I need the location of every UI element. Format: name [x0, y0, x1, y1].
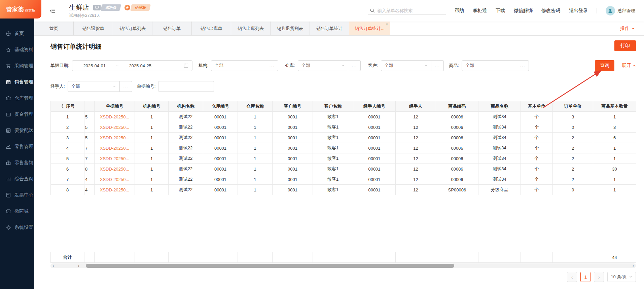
sidebar-item[interactable]: 首页: [0, 26, 34, 42]
tab[interactable]: 销售订单统计... ×: [349, 22, 390, 35]
next-page-button[interactable]: ›: [594, 272, 604, 282]
column-header[interactable]: 序号: [51, 101, 84, 112]
order-no-link[interactable]: XSDD-20250...: [95, 112, 135, 122]
table-row[interactable]: 68XSDD-20250...1测试220000110001散客10000112…: [51, 164, 636, 174]
logo-text: 管家婆: [6, 5, 25, 13]
warehouse-more-button[interactable]: ···: [348, 60, 361, 71]
tab[interactable]: 首页: [34, 22, 74, 35]
collapse-sidebar-icon[interactable]: [49, 8, 56, 14]
product-select[interactable]: 全部 ···: [462, 60, 529, 71]
column-header[interactable]: 商品基本数量: [593, 101, 636, 112]
scroll-right-button[interactable]: ›: [76, 263, 81, 268]
column-header[interactable]: 客户名称: [313, 101, 353, 112]
sidebar-item[interactable]: 采购管理: [0, 58, 34, 74]
scrollbar-thumb[interactable]: [86, 264, 454, 268]
table-row[interactable]: 25XSDD-20250...1测试220000110001散客10000112…: [51, 122, 636, 133]
topbar-link[interactable]: 下载: [496, 8, 505, 14]
sidebar-item[interactable]: 微商城: [0, 203, 34, 219]
date-to-field[interactable]: 2025-04-25: [121, 63, 159, 68]
tab-actions-dropdown[interactable]: 操作: [620, 22, 644, 35]
column-header[interactable]: 机构名称: [169, 101, 203, 112]
customer-more-button[interactable]: ···: [431, 60, 444, 71]
column-header[interactable]: 商品编码: [436, 101, 478, 112]
sidebar-item[interactable]: 销售管理: [0, 74, 34, 90]
order-no-link[interactable]: XSDD-20250...: [95, 164, 135, 174]
topbar-link[interactable]: 退出登录: [569, 8, 588, 14]
org-label: 机构:: [199, 63, 209, 69]
trial-badge[interactable]: 试用版: [93, 4, 120, 11]
query-button[interactable]: 查询: [595, 60, 614, 71]
prev-page-button[interactable]: ‹: [567, 272, 577, 282]
total-cell: [478, 252, 521, 263]
order-no-link[interactable]: XSDD-20250...: [95, 133, 135, 143]
order-no-link[interactable]: XSDD-20250...: [95, 153, 135, 164]
column-header[interactable]: 经手人编号: [353, 101, 396, 112]
current-page-button[interactable]: 1: [580, 272, 591, 282]
date-range-picker[interactable]: 2025-04-01 ~ 2025-04-25: [72, 60, 192, 71]
close-icon[interactable]: ×: [386, 22, 388, 27]
column-header[interactable]: 基本单位: [521, 101, 553, 112]
sidebar-item[interactable]: 基础资料: [0, 42, 34, 58]
sidebar-item[interactable]: 发票中心: [0, 187, 34, 203]
topbar-link[interactable]: 微信解绑: [514, 8, 533, 14]
order-no-link[interactable]: XSDD-20250...: [95, 143, 135, 153]
sidebar-item[interactable]: 综合查询: [0, 171, 34, 187]
sidebar-item[interactable]: 系统设置: [0, 219, 34, 236]
tab[interactable]: 销售订单: [152, 22, 192, 35]
more-icon[interactable]: ···: [269, 63, 275, 68]
tab[interactable]: 销售退货列表: [271, 22, 310, 35]
column-header[interactable]: 仓库编号: [203, 101, 238, 112]
table-row[interactable]: 35XSDD-20250...1测试220000110001散客10000112…: [51, 133, 636, 143]
column-header[interactable]: 仓库名称: [238, 101, 273, 112]
column-header[interactable]: 单据编号: [95, 101, 135, 112]
sidebar-item-label: 零售管理: [14, 144, 33, 150]
warehouse-select[interactable]: 全部: [298, 60, 348, 71]
order-no-link[interactable]: XSDD-20250...: [95, 174, 135, 185]
handler-select[interactable]: 全部: [68, 81, 120, 92]
grid-body: 15XSDD-20250...1测试220000110001散客10000112…: [51, 112, 636, 195]
org-select[interactable]: 全部 ···: [211, 60, 278, 71]
topbar-link[interactable]: 修改密码: [541, 8, 560, 14]
tab[interactable]: 销售订单列表: [113, 22, 152, 35]
more-icon[interactable]: ···: [520, 63, 525, 68]
table-row[interactable]: 47XSDD-20250...1测试220000110001散客10000112…: [51, 143, 636, 153]
column-header[interactable]: 商品名称: [478, 101, 521, 112]
tab[interactable]: 销售出库单: [192, 22, 231, 35]
horizontal-scrollbar[interactable]: ‹ › ›: [50, 263, 636, 268]
user-menu[interactable]: 总部管理: [606, 6, 635, 15]
enterprise-badge[interactable]: 企业版: [124, 4, 150, 11]
expand-toggle[interactable]: 展开: [622, 63, 636, 69]
print-button[interactable]: 打印: [614, 40, 636, 51]
table-row[interactable]: 57XSDD-20250...1测试220000110001散客10000112…: [51, 153, 636, 164]
column-header[interactable]: 客户编号: [273, 101, 313, 112]
search-input[interactable]: [378, 8, 438, 13]
gear-icon[interactable]: [60, 104, 65, 108]
sidebar-item[interactable]: 资金管理: [0, 106, 34, 122]
scroll-left-button[interactable]: ‹: [50, 263, 56, 268]
table-row[interactable]: 84XSDD-20250...1测试220000110001散客10000112…: [51, 185, 636, 195]
topbar-link[interactable]: 掌柜通: [473, 8, 487, 14]
topbar-link[interactable]: 帮助: [455, 8, 464, 14]
page-size-select[interactable]: 10 条/页: [607, 272, 636, 282]
column-header[interactable]: 经手人: [396, 101, 436, 112]
sidebar-item[interactable]: 零售管理: [0, 139, 34, 155]
order-no-input[interactable]: [158, 81, 214, 92]
tab[interactable]: 销售出库列表: [231, 22, 271, 35]
sidebar-item[interactable]: 仓库管理: [0, 90, 34, 106]
tab[interactable]: 销售退货单: [74, 22, 113, 35]
date-from-field[interactable]: 2025-04-01: [76, 63, 113, 68]
tab[interactable]: 销售订单统计: [310, 22, 349, 35]
sidebar-item[interactable]: 要货配送: [0, 122, 34, 139]
column-header[interactable]: 机构编号: [135, 101, 169, 112]
handler-more-button[interactable]: ···: [120, 81, 132, 92]
table-row[interactable]: 74XSDD-20250...1测试220000110001散客10000112…: [51, 174, 636, 185]
table-row[interactable]: 15XSDD-20250...1测试220000110001散客10000112…: [51, 112, 636, 122]
column-header[interactable]: [84, 101, 95, 112]
sidebar-item[interactable]: 零售营销: [0, 155, 34, 171]
customer-select[interactable]: 全部: [381, 60, 431, 71]
calendar-icon[interactable]: [183, 63, 189, 68]
scroll-right-end-button[interactable]: ›: [631, 263, 636, 268]
order-no-link[interactable]: XSDD-20250...: [95, 122, 135, 133]
order-no-link[interactable]: XSDD-20250...: [95, 185, 135, 195]
column-header[interactable]: 订单单价: [553, 101, 593, 112]
